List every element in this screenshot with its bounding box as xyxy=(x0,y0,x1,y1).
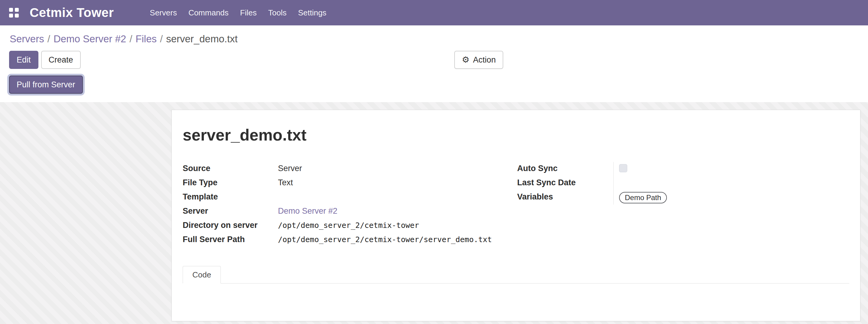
breadcrumb-separator: / xyxy=(48,33,50,44)
menu-item-commands[interactable]: Commands xyxy=(183,0,235,25)
breadcrumb-item-servers[interactable]: Servers xyxy=(10,33,44,44)
field-value-variables: Demo Path xyxy=(613,190,849,205)
tab-content-code xyxy=(183,284,849,317)
breadcrumb-item-demo-server-2[interactable]: Demo Server #2 xyxy=(54,33,126,44)
tab-strip: Code xyxy=(183,266,849,284)
action-button[interactable]: ⚙ Action xyxy=(454,51,503,69)
field-link-server[interactable]: Demo Server #2 xyxy=(278,206,338,216)
action-button-label: Action xyxy=(473,55,496,65)
field-label-auto-sync: Auto Sync xyxy=(517,162,613,176)
field-row-full-server-path: Full Server Path/opt/demo_server_2/cetmi… xyxy=(183,233,505,247)
field-label-server: Server xyxy=(183,205,278,219)
form-group-left: SourceServerFile TypeTextTemplateServerD… xyxy=(183,162,505,247)
field-value-last-sync-date xyxy=(613,176,849,190)
breadcrumb-item-server-demo-txt: server_demo.txt xyxy=(166,33,238,44)
field-label-variables: Variables xyxy=(517,190,613,205)
menu-item-settings[interactable]: Settings xyxy=(292,0,332,25)
edit-button[interactable]: Edit xyxy=(9,51,38,69)
field-value-server: Demo Server #2 xyxy=(278,205,505,219)
notebook: Code xyxy=(183,266,849,317)
breadcrumb: Servers/Demo Server #2/Files/server_demo… xyxy=(0,25,868,46)
apps-grid-square xyxy=(15,13,19,18)
form-grid: SourceServerFile TypeTextTemplateServerD… xyxy=(183,162,849,247)
menu-item-files[interactable]: Files xyxy=(235,0,262,25)
field-row-variables: VariablesDemo Path xyxy=(517,190,849,205)
field-row-auto-sync: Auto Sync xyxy=(517,162,849,176)
tag-demo-path: Demo Path xyxy=(619,192,667,203)
field-value-file-type: Text xyxy=(278,176,505,190)
breadcrumb-separator: / xyxy=(129,33,132,44)
apps-grid-icon[interactable] xyxy=(9,8,19,18)
field-label-full-server-path: Full Server Path xyxy=(183,233,278,247)
apps-grid-square xyxy=(15,8,19,12)
control-panel: Edit Create ⚙ Action xyxy=(0,46,868,71)
apps-grid-square xyxy=(9,13,13,18)
tab-code[interactable]: Code xyxy=(183,266,221,284)
field-value-source: Server xyxy=(278,162,505,176)
form-sheet: server_demo.txt SourceServerFile TypeTex… xyxy=(172,110,861,321)
app-title[interactable]: Cetmix Tower xyxy=(30,5,114,20)
field-row-file-type: File TypeText xyxy=(183,176,505,190)
field-label-template: Template xyxy=(183,190,278,205)
field-label-last-sync-date: Last Sync Date xyxy=(517,176,613,190)
object-buttons-row: Pull from Server xyxy=(0,71,868,102)
field-value-directory-on-server: /opt/demo_server_2/cetmix-tower xyxy=(278,219,505,233)
create-button[interactable]: Create xyxy=(41,51,81,69)
field-value-auto-sync xyxy=(613,162,849,176)
field-row-server: ServerDemo Server #2 xyxy=(183,205,505,219)
field-label-file-type: File Type xyxy=(183,176,278,190)
field-row-directory-on-server: Directory on server/opt/demo_server_2/ce… xyxy=(183,219,505,233)
field-text-source: Server xyxy=(278,164,302,173)
breadcrumb-separator: / xyxy=(160,33,163,44)
auto-sync-checkbox[interactable] xyxy=(619,164,627,172)
gear-icon: ⚙ xyxy=(462,55,469,65)
field-row-last-sync-date: Last Sync Date xyxy=(517,176,849,190)
field-value-full-server-path: /opt/demo_server_2/cetmix-tower/server_d… xyxy=(278,233,505,247)
menu-item-servers[interactable]: Servers xyxy=(144,0,183,25)
pull-from-server-button[interactable]: Pull from Server xyxy=(9,75,83,94)
top-navbar: Cetmix Tower ServersCommandsFilesToolsSe… xyxy=(0,0,868,25)
field-label-directory-on-server: Directory on server xyxy=(183,219,278,233)
field-code-directory-on-server: /opt/demo_server_2/cetmix-tower xyxy=(278,221,419,230)
field-code-full-server-path: /opt/demo_server_2/cetmix-tower/server_d… xyxy=(278,235,492,244)
navbar-menu: ServersCommandsFilesToolsSettings xyxy=(144,0,332,25)
menu-item-tools[interactable]: Tools xyxy=(262,0,292,25)
content-area: server_demo.txt SourceServerFile TypeTex… xyxy=(0,102,868,324)
record-title: server_demo.txt xyxy=(183,125,849,145)
field-label-source: Source xyxy=(183,162,278,176)
field-row-template: Template xyxy=(183,190,505,205)
field-text-file-type: Text xyxy=(278,178,293,187)
breadcrumb-item-files[interactable]: Files xyxy=(135,33,157,44)
field-value-template xyxy=(278,190,505,205)
field-row-source: SourceServer xyxy=(183,162,505,176)
form-group-right: Auto SyncLast Sync DateVariablesDemo Pat… xyxy=(517,162,849,247)
apps-grid-square xyxy=(9,8,13,12)
